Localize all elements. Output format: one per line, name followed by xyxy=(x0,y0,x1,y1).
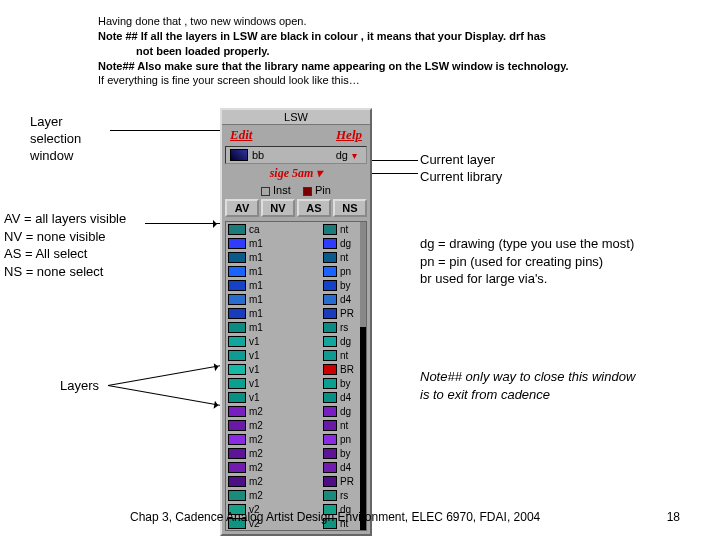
layer-type: d4 xyxy=(340,392,360,403)
layer-row[interactable]: m2d4 xyxy=(226,460,366,474)
instr-line-1: Having done that , two new windows open. xyxy=(98,14,658,29)
layer-row[interactable]: m2dg xyxy=(226,404,366,418)
layer-swatch-left xyxy=(228,280,246,291)
instr-line-4: Note## Also make sure that the library n… xyxy=(98,59,658,74)
inst-checkbox[interactable] xyxy=(261,187,270,196)
callout-av-legend: AV = all layers visible NV = none visibl… xyxy=(4,210,126,280)
layer-swatch-right xyxy=(323,336,337,347)
layer-type: nt xyxy=(340,252,360,263)
layer-type: by xyxy=(340,280,360,291)
layer-swatch-right xyxy=(323,392,337,403)
layer-row[interactable]: m2rs xyxy=(226,488,366,502)
current-layer-swatch xyxy=(230,149,248,161)
menu-edit[interactable]: Edit xyxy=(230,127,252,143)
scrollbar[interactable] xyxy=(360,222,366,530)
layer-name: m2 xyxy=(249,434,320,445)
footer-citation: Chap 3, Cadence Analog Artist Design Env… xyxy=(130,510,540,524)
layer-row[interactable]: m1nt xyxy=(226,250,366,264)
layer-swatch-left xyxy=(228,238,246,249)
callout-close-note: Note## only way to close this window is … xyxy=(420,368,640,403)
layer-swatch-right xyxy=(323,462,337,473)
chevron-down-icon[interactable]: ▾ xyxy=(352,150,362,160)
layer-name: m2 xyxy=(249,476,320,487)
layer-row[interactable]: m2by xyxy=(226,446,366,460)
instr-line-5: If everything is fine your screen should… xyxy=(98,73,658,88)
layer-row[interactable]: v1nt xyxy=(226,348,366,362)
layer-row[interactable]: m1by xyxy=(226,278,366,292)
lsw-titlebar: LSW xyxy=(222,110,370,125)
layer-swatch-right xyxy=(323,252,337,263)
layer-row[interactable]: m1rs xyxy=(226,320,366,334)
inst-label: Inst xyxy=(273,184,291,196)
layer-name: m2 xyxy=(249,406,320,417)
lsw-window: LSW Edit Help bb dg ▾ sige 5am ▾ Inst Pi… xyxy=(220,108,372,536)
layer-row[interactable]: v1by xyxy=(226,376,366,390)
current-layer-name: bb xyxy=(252,149,332,161)
layer-type: rs xyxy=(340,322,360,333)
layer-type: by xyxy=(340,378,360,389)
layer-type: pn xyxy=(340,266,360,277)
layer-swatch-left xyxy=(228,350,246,361)
scrollbar-thumb[interactable] xyxy=(360,222,366,327)
layer-swatch-right xyxy=(323,350,337,361)
layer-row[interactable]: v1d4 xyxy=(226,390,366,404)
callout-current-layer: Current layer xyxy=(420,152,502,169)
layer-row[interactable]: m1pn xyxy=(226,264,366,278)
current-library: sige 5am ▾ xyxy=(222,165,370,183)
layer-type: nt xyxy=(340,224,360,235)
layer-swatch-left xyxy=(228,490,246,501)
layer-swatch-right xyxy=(323,224,337,235)
instruction-block: Having done that , two new windows open.… xyxy=(98,14,658,88)
instr-line-2: Note ## If all the layers in LSW are bla… xyxy=(98,29,658,44)
av-button[interactable]: AV xyxy=(225,199,259,217)
callout-current: Current layer Current library xyxy=(420,152,502,186)
layer-name: m1 xyxy=(249,238,320,249)
layer-row[interactable]: m2pn xyxy=(226,432,366,446)
layer-name: m2 xyxy=(249,420,320,431)
page-number: 18 xyxy=(667,510,680,524)
arrow-lsw xyxy=(110,130,230,131)
layer-swatch-left xyxy=(228,476,246,487)
layer-row[interactable]: m1PR xyxy=(226,306,366,320)
ns-button[interactable]: NS xyxy=(333,199,367,217)
layer-swatch-right xyxy=(323,490,337,501)
av-line-2: NV = none visible xyxy=(4,228,126,246)
layer-row[interactable]: cant xyxy=(226,222,366,236)
callout-lsw-1: Layer xyxy=(30,114,63,129)
as-button[interactable]: AS xyxy=(297,199,331,217)
instr-line-3: not been loaded properly. xyxy=(98,44,658,59)
menu-help[interactable]: Help xyxy=(336,127,362,143)
layer-row[interactable]: m2PR xyxy=(226,474,366,488)
layer-swatch-right xyxy=(323,294,337,305)
dg-line-2: pn = pin (used for creating pins) xyxy=(420,253,634,271)
layer-swatch-left xyxy=(228,294,246,305)
layer-swatch-left xyxy=(228,308,246,319)
layer-row[interactable]: v1dg xyxy=(226,334,366,348)
layer-row[interactable]: v1BR xyxy=(226,362,366,376)
current-layer-row[interactable]: bb dg ▾ xyxy=(225,146,367,164)
layer-swatch-right xyxy=(323,238,337,249)
layer-swatch-left xyxy=(228,224,246,235)
layer-type: rs xyxy=(340,490,360,501)
layer-name: m2 xyxy=(249,462,320,473)
inst-pin-row: Inst Pin xyxy=(222,183,370,197)
layer-swatch-left xyxy=(228,434,246,445)
layer-swatch-right xyxy=(323,476,337,487)
layer-swatch-left xyxy=(228,252,246,263)
layer-list[interactable]: cantm1dgm1ntm1pnm1bym1d4m1PRm1rsv1dgv1nt… xyxy=(225,221,367,531)
layer-name: v1 xyxy=(249,392,320,403)
layer-name: m1 xyxy=(249,322,320,333)
visibility-button-row: AV NV AS NS xyxy=(222,197,370,219)
layer-swatch-right xyxy=(323,364,337,375)
pin-checkbox[interactable] xyxy=(303,187,312,196)
nv-button[interactable]: NV xyxy=(261,199,295,217)
layer-name: m1 xyxy=(249,266,320,277)
layer-row[interactable]: m1d4 xyxy=(226,292,366,306)
layer-row[interactable]: m1dg xyxy=(226,236,366,250)
layer-swatch-right xyxy=(323,308,337,319)
layer-swatch-left xyxy=(228,448,246,459)
callout-lsw-3: window xyxy=(30,148,73,163)
layer-row[interactable]: m2nt xyxy=(226,418,366,432)
callout-layers: Layers xyxy=(60,378,99,393)
layer-swatch-left xyxy=(228,378,246,389)
